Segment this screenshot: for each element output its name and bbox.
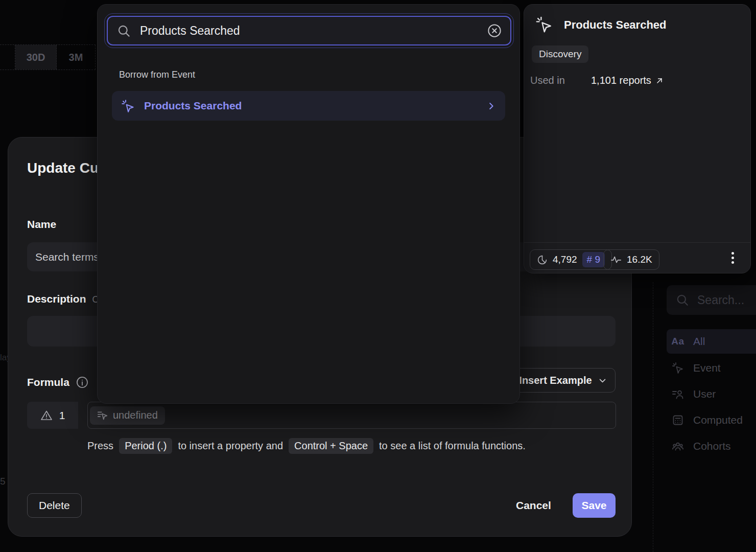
- clear-search-button[interactable]: [487, 23, 502, 38]
- sidebar-search-placeholder: Search...: [697, 293, 744, 307]
- popover-search-field: [107, 16, 511, 45]
- delete-button[interactable]: Delete: [27, 493, 82, 518]
- sidebar-item-label: User: [693, 388, 716, 400]
- total-events-stat[interactable]: 16.2K: [603, 249, 659, 270]
- time-range-3m[interactable]: 3M: [57, 45, 96, 70]
- sidebar-search-input[interactable]: Search...: [667, 285, 756, 315]
- lines-cursor-icon: [97, 410, 108, 421]
- category-badge: Discovery: [532, 45, 588, 63]
- used-in-label: Used in: [530, 75, 565, 86]
- circle-x-icon: [487, 23, 502, 38]
- event-result-label: Products Searched: [144, 100, 477, 112]
- event-details-panel: Products Searched Discovery Used in 1,10…: [524, 4, 751, 273]
- insert-example-button[interactable]: Insert Example: [510, 368, 616, 393]
- formula-label-row: Formula: [27, 376, 89, 389]
- formula-property-chip[interactable]: undefined: [90, 406, 165, 425]
- error-count: 1: [59, 409, 65, 422]
- used-in-reports-link[interactable]: 1,101 reports: [591, 75, 664, 86]
- time-range-selector: D 30D 3M: [0, 44, 96, 70]
- cursor-spark-icon: [671, 362, 684, 374]
- chevron-down-icon: [598, 376, 607, 385]
- formula-hint: Press Period (.) to insert a property an…: [87, 438, 526, 454]
- name-label: Name: [27, 218, 56, 231]
- app-stage: D 30D 3M lay 5 Search... Aa All Event Us…: [0, 0, 756, 552]
- sidebar-item-all[interactable]: Aa All: [667, 329, 756, 354]
- info-circle-icon[interactable]: [76, 376, 89, 389]
- rank-chip: # 9: [582, 252, 605, 267]
- pie-chart-icon: [537, 255, 548, 265]
- activity-icon: [610, 254, 622, 265]
- event-title: Products Searched: [564, 18, 667, 32]
- sidebar-item-label: Cohorts: [693, 440, 731, 452]
- warning-triangle-icon: [40, 409, 53, 422]
- time-range-30d[interactable]: 30D: [15, 45, 57, 70]
- sidebar-item-computed[interactable]: Computed: [667, 408, 756, 432]
- user-lines-icon: [671, 388, 684, 400]
- people-icon: [671, 440, 684, 452]
- sidebar-item-label: Event: [693, 362, 721, 374]
- chevron-right-icon: [486, 101, 496, 111]
- event-search-popover: Borrow from Event Products Searched: [97, 4, 520, 404]
- calculator-icon: [671, 414, 684, 426]
- borrow-from-event-label: Borrow from Event: [119, 70, 195, 80]
- event-result-products-searched[interactable]: Products Searched: [112, 91, 505, 121]
- cursor-spark-icon: [121, 99, 135, 113]
- sidebar-item-event[interactable]: Event: [667, 356, 756, 380]
- save-button[interactable]: Save: [573, 493, 616, 518]
- search-icon: [117, 24, 131, 38]
- aa-text-icon: Aa: [671, 336, 684, 347]
- sidebar-item-label: All: [693, 335, 705, 348]
- sidebar-item-cohorts[interactable]: Cohorts: [667, 434, 756, 458]
- formula-label: Formula: [27, 376, 69, 388]
- event-stats-footer: 4,792 # 9 16.2K: [524, 242, 750, 274]
- popover-search-input[interactable]: [139, 24, 479, 38]
- sidebar-item-label: Computed: [693, 414, 743, 426]
- cancel-button[interactable]: Cancel: [513, 493, 554, 518]
- background-panel-border: [653, 282, 653, 552]
- formula-input[interactable]: undefined: [87, 402, 616, 429]
- cursor-spark-icon: [535, 16, 553, 33]
- time-range-7d[interactable]: D: [0, 45, 15, 70]
- kbd-period: Period (.): [119, 438, 172, 454]
- kbd-control-space: Control + Space: [289, 438, 373, 454]
- arrow-up-right-icon: [655, 77, 664, 85]
- formula-error-counter: 1: [27, 402, 78, 429]
- unique-users-stat[interactable]: 4,792 # 9: [530, 249, 612, 270]
- sidebar-item-user[interactable]: User: [667, 382, 756, 406]
- background-axis-fragment: 5: [0, 476, 6, 487]
- kebab-menu-icon[interactable]: [731, 252, 734, 264]
- search-icon: [676, 293, 689, 307]
